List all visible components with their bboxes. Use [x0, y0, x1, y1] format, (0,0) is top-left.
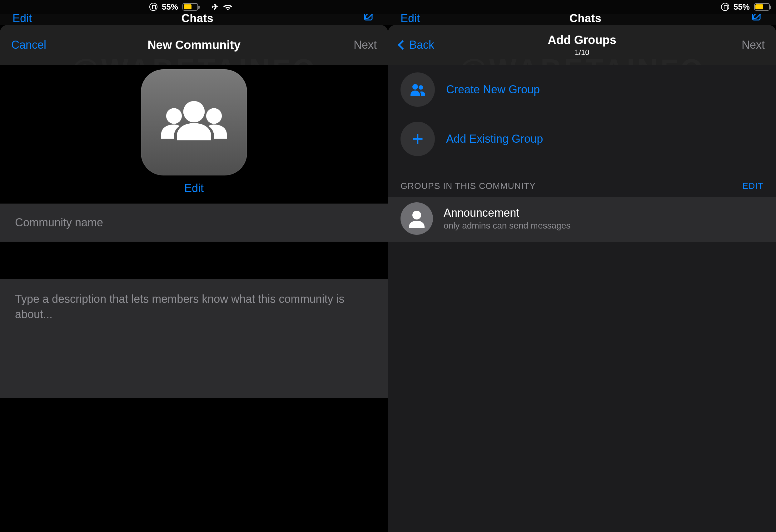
edit-photo-button[interactable]: Edit: [0, 182, 388, 195]
svg-point-1: [183, 101, 205, 122]
rotation-lock-icon: [721, 3, 729, 11]
add-groups-navbar: Back Add Groups 1/10 Next: [388, 25, 776, 65]
airplane-mode-icon: ✈: [212, 2, 219, 12]
sheet-title: New Community: [148, 38, 240, 52]
battery-percent: 55%: [162, 2, 178, 12]
next-button[interactable]: Next: [333, 38, 377, 51]
sheet-title: Add Groups: [548, 33, 616, 47]
community-name-row[interactable]: [0, 204, 388, 242]
back-button[interactable]: Back: [399, 38, 443, 51]
group-title: Announcement: [444, 206, 570, 220]
group-subtitle: only admins can send messages: [444, 221, 570, 231]
cancel-button[interactable]: Cancel: [11, 38, 55, 51]
battery-icon: [182, 3, 198, 11]
underlying-chats-header: Edit Chats: [388, 14, 776, 25]
community-name-input[interactable]: [15, 216, 373, 229]
left-pane: @WABETAINFO @WABETAINFO 55% ✈ Edit Chats…: [0, 0, 388, 532]
add-existing-group-row[interactable]: + Add Existing Group: [388, 114, 776, 164]
groups-section-header: GROUPS IN THIS COMMUNITY EDIT: [388, 164, 776, 197]
back-label: Back: [409, 38, 434, 51]
chevron-left-icon: [398, 40, 407, 50]
community-photo-section: Edit: [0, 65, 388, 204]
next-button[interactable]: Next: [721, 38, 765, 51]
chats-title: Chats: [182, 14, 214, 25]
people-icon: [400, 72, 435, 107]
create-new-group-row[interactable]: Create New Group: [388, 65, 776, 114]
chats-title: Chats: [570, 14, 602, 25]
svg-point-7: [412, 211, 421, 220]
spacer: [0, 242, 388, 279]
people-group-icon: [158, 97, 230, 148]
battery-icon: [754, 3, 770, 11]
status-bar: 55%: [388, 0, 776, 14]
community-description-row[interactable]: [0, 279, 388, 398]
svg-point-5: [412, 84, 418, 89]
new-community-navbar: Cancel New Community Next: [0, 25, 388, 65]
group-counter: 1/10: [548, 48, 616, 57]
svg-point-3: [206, 108, 222, 123]
chats-edit-button[interactable]: Edit: [12, 14, 32, 25]
status-bar: 55% ✈: [0, 0, 388, 14]
community-description-input[interactable]: [15, 292, 373, 385]
compose-icon[interactable]: [363, 14, 376, 25]
underlying-chats-header: Edit Chats: [0, 14, 388, 25]
groups-section-title: GROUPS IN THIS COMMUNITY: [400, 181, 536, 191]
wifi-icon: [223, 3, 232, 10]
group-row-announcement[interactable]: Announcement only admins can send messag…: [388, 197, 776, 242]
groups-section-edit-button[interactable]: EDIT: [742, 181, 764, 191]
rotation-lock-icon: [149, 3, 158, 11]
avatar-icon: [400, 202, 433, 235]
svg-point-6: [419, 85, 423, 89]
create-new-group-label: Create New Group: [446, 83, 540, 96]
svg-point-2: [166, 108, 182, 123]
add-existing-group-label: Add Existing Group: [446, 132, 543, 146]
right-pane: @WABETAINFO @WABETAINFO 55% Edit Chats B…: [388, 0, 776, 532]
chats-edit-button[interactable]: Edit: [400, 14, 420, 25]
compose-icon[interactable]: [751, 14, 764, 25]
community-photo-placeholder[interactable]: [141, 69, 247, 176]
battery-percent: 55%: [734, 2, 750, 12]
plus-icon: +: [400, 122, 435, 156]
